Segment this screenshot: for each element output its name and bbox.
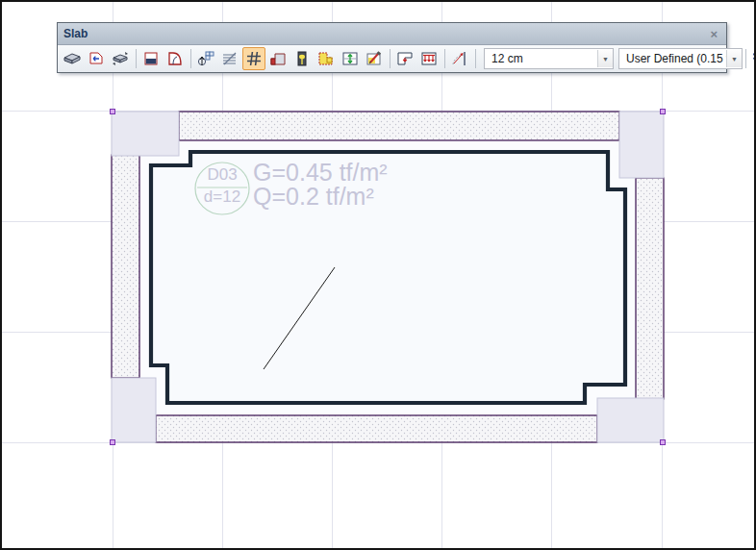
live-load-text: Q=0.2 tf/m²	[253, 183, 374, 210]
slab-thickness-text: d=12	[204, 188, 240, 206]
toolbar-separator	[390, 49, 391, 68]
wall-bottom[interactable]	[156, 415, 597, 442]
dead-load-text: G=0.45 tf/m²	[253, 159, 388, 186]
settings-gears-icon[interactable]	[749, 47, 756, 70]
toolbar-separator	[136, 49, 137, 68]
slab-polygon-icon[interactable]	[85, 47, 108, 70]
handle-top-right[interactable]	[661, 110, 666, 114]
toolbar: 12 cm ▼ User Defined (0.15 tf/m²) ▼	[58, 45, 726, 72]
drop-panel-icon[interactable]	[393, 47, 416, 70]
plan-canvas[interactable]: D03 d=12 G=0.45 tf/m² Q=0.2 tf/m²	[2, 2, 756, 550]
reference-level-icon[interactable]	[194, 47, 217, 70]
handle-bottom-right[interactable]	[661, 440, 666, 445]
thickness-combo[interactable]: 12 cm ▼	[484, 48, 614, 69]
level-adjust-icon[interactable]	[339, 47, 362, 70]
slab-levels-icon[interactable]	[218, 47, 241, 70]
close-icon[interactable]: ×	[701, 27, 726, 41]
column-top-left[interactable]	[112, 112, 179, 156]
toolbar-separator	[444, 49, 445, 68]
load-combo[interactable]: User Defined (0.15 tf/m²) ▼	[618, 48, 743, 69]
wall-right[interactable]	[636, 178, 664, 399]
edit-slab-icon[interactable]	[363, 47, 386, 70]
chevron-down-icon[interactable]: ▼	[726, 50, 742, 67]
handle-bottom-left[interactable]	[111, 440, 115, 445]
column-bottom-right[interactable]	[597, 398, 664, 442]
wall-top[interactable]	[179, 112, 619, 140]
slab-rotate-icon[interactable]	[109, 47, 132, 70]
load-value: User Defined (0.15 tf/m²)	[619, 52, 726, 65]
slab-id-text: D03	[207, 165, 237, 184]
column-capital-icon[interactable]	[290, 47, 314, 70]
titlebar[interactable]: Slab ×	[58, 23, 726, 45]
area-load-icon[interactable]	[417, 47, 441, 70]
curved-edge-slab-icon[interactable]	[164, 47, 187, 70]
handle-top-left[interactable]	[111, 110, 115, 114]
slab-hash-icon[interactable]	[242, 47, 265, 70]
slab-toolbar-window: Slab ×	[57, 22, 727, 73]
window-title: Slab	[58, 27, 701, 40]
copy-region-icon[interactable]	[315, 47, 338, 70]
half-slab-icon[interactable]	[139, 47, 163, 70]
wall-left[interactable]	[112, 155, 139, 378]
chevron-down-icon[interactable]: ▼	[597, 50, 613, 67]
slab-strip-icon[interactable]	[266, 47, 290, 70]
column-bottom-left[interactable]	[112, 378, 156, 442]
toolbar-separator	[745, 49, 746, 68]
thickness-value: 12 cm	[485, 52, 597, 65]
slab-3d-icon[interactable]	[61, 47, 84, 70]
toolbar-separator	[190, 49, 191, 68]
angle-icon[interactable]	[448, 47, 471, 70]
toolbar-separator	[475, 49, 476, 68]
column-top-right[interactable]	[619, 112, 664, 178]
